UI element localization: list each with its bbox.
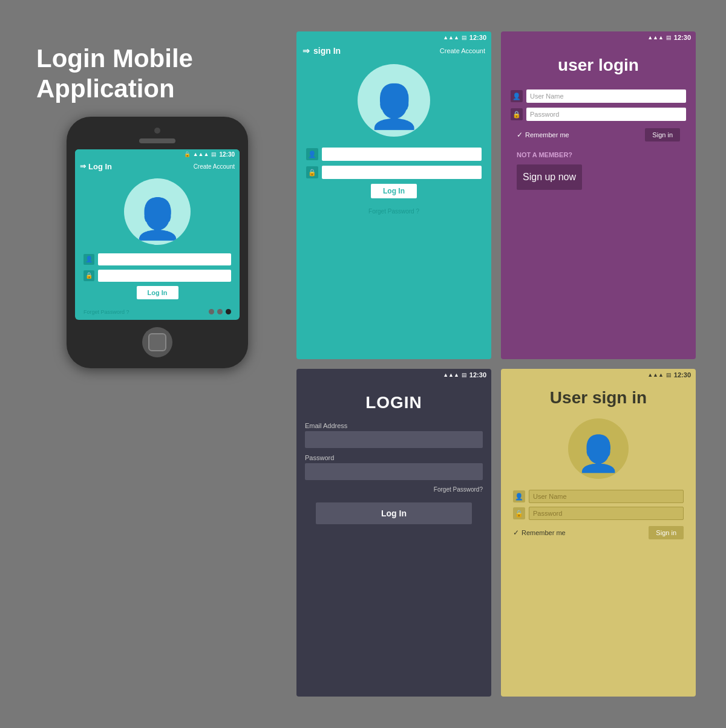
screen4-remember-left: ✓ Remember me [513, 528, 566, 537]
phone-home-button[interactable] [142, 327, 172, 357]
screen4-password-row: 🔒 Password [513, 507, 684, 520]
screen4-username-input[interactable]: User Name [529, 490, 684, 503]
screen-card-purple: ▲▲▲ ▤ 12:30 user login 👤 User Name 🔒 [501, 31, 696, 359]
screen2-title: user login [501, 44, 696, 85]
screen1-login-button[interactable]: Log In [371, 184, 417, 198]
screen2-username-input[interactable]: User Name [526, 89, 686, 103]
screen4-status-bar: ▲▲▲ ▤ 12:30 [501, 369, 696, 381]
screen2-username-row: 👤 User Name [511, 89, 686, 103]
phone-home-inner [148, 333, 166, 351]
bottom-row: ▲▲▲ ▤ 12:30 LOGIN Email Address Password… [296, 369, 696, 697]
screen1-app-bar: ⇒ sign In Create Account [296, 44, 491, 58]
right-column: ▲▲▲ ▤ 12:30 ⇒ sign In Create Account 👤 [296, 31, 696, 697]
phone-status-right: ▲▲▲ ▤ 12:30 [193, 151, 235, 158]
phone-camera [154, 128, 160, 134]
screen3-email-input[interactable] [305, 431, 483, 448]
screen1-password-input[interactable] [322, 166, 482, 179]
main-container: Login Mobile Application 🔒 ▲▲▲ ▤ 12:30 [30, 31, 696, 697]
screen3-login-button[interactable]: Log In [316, 502, 472, 524]
dot1 [209, 309, 214, 314]
s1-signal: ▲▲▲ [443, 34, 459, 41]
dot3 [226, 309, 231, 314]
screen1-avatar: 👤 [358, 64, 430, 137]
screen4-remember-row: ✓ Remember me Sign in [507, 524, 690, 542]
screen1-user-icon: 👤 [306, 148, 318, 160]
screen4-title: User sign in [501, 381, 696, 412]
screen3-forget-pwd[interactable]: Forget Password? [296, 486, 491, 498]
screen2-password-row: 🔒 Password [511, 108, 686, 121]
signal-icon: ▲▲▲ [193, 151, 209, 157]
phone-lock-icon2: 🔒 [83, 270, 94, 281]
screen4-lock-icon: 🔒 [513, 507, 525, 519]
screen4-user-icon: 👤 [513, 490, 525, 502]
phone-username-row: 👤 [83, 253, 231, 265]
phone-username-input[interactable] [98, 253, 231, 265]
s1-time: 12:30 [469, 34, 486, 41]
phone-create-account[interactable]: Create Account [194, 163, 235, 170]
phone-status-bar: 🔒 ▲▲▲ ▤ 12:30 [75, 149, 240, 160]
phone-lock-icon: 🔒 [184, 151, 191, 157]
battery-icon: ▤ [211, 151, 217, 157]
screen2-not-member: NOT A MEMBER? [511, 144, 686, 161]
s3-battery: ▤ [462, 372, 467, 378]
screen2-remember-left: ✓ Remember me [517, 131, 569, 139]
screen3-form: Email Address Password Forget Password? … [296, 422, 491, 531]
screen4-username-row: 👤 User Name [513, 490, 684, 503]
phone-app-bar: ⇒ Log In Create Account [75, 160, 240, 174]
s4-time: 12:30 [674, 371, 691, 379]
s1-arrow-icon: ⇒ [302, 46, 310, 56]
s4-signal: ▲▲▲ [647, 372, 664, 378]
top-row: ▲▲▲ ▤ 12:30 ⇒ sign In Create Account 👤 [296, 31, 696, 359]
screen3-title: LOGIN [296, 381, 491, 422]
screen-card-yellow: ▲▲▲ ▤ 12:30 User sign in 👤 👤 User Name [501, 369, 696, 697]
screen4-password-input[interactable]: Password [529, 507, 684, 520]
phone-user-icon: 👤 [83, 254, 94, 265]
screen4-avatar: 👤 [568, 418, 629, 479]
screen1-username-input[interactable] [322, 148, 482, 161]
screen1-password-row: 🔒 [306, 166, 482, 179]
screen1-forget-pwd[interactable]: Forget Password ? [296, 208, 491, 219]
screen2-password-input[interactable]: Password [526, 108, 686, 121]
screen1-form: 👤 🔒 Log In [296, 143, 491, 208]
phone-form: 👤 🔒 Log In [75, 250, 240, 307]
phone-forget-pwd[interactable]: Forget Password ? [83, 309, 129, 315]
screen4-check-icon: ✓ [513, 528, 519, 537]
phone-avatar-silhouette: 👤 [133, 196, 182, 242]
s1-battery: ▤ [462, 34, 467, 41]
screen1-appbar-left: ⇒ sign In [302, 46, 341, 56]
dot2 [217, 309, 223, 314]
screen4-form: 👤 User Name 🔒 Password ✓ [501, 485, 696, 547]
phone-time: 12:30 [219, 151, 235, 158]
screen2-signin-button[interactable]: Sign in [645, 128, 680, 141]
screen1-avatar-silhouette: 👤 [368, 85, 420, 128]
screen4-signin-button[interactable]: Sign in [649, 526, 684, 539]
screen3-password-label: Password [296, 454, 491, 463]
screen3-email-label: Email Address [296, 422, 491, 431]
screen1-status-bar: ▲▲▲ ▤ 12:30 [296, 31, 491, 44]
page-title: Login Mobile Application [36, 44, 278, 105]
phone-login-button[interactable]: Log In [137, 286, 178, 299]
screen1-username-row: 👤 [306, 148, 482, 161]
phone-screen: 🔒 ▲▲▲ ▤ 12:30 ⇒ Log In Create Account [75, 149, 240, 320]
screen1-create-account[interactable]: Create Account [440, 47, 485, 54]
screen2-check-icon: ✓ [517, 131, 523, 139]
s3-time: 12:30 [469, 371, 486, 379]
screen3-password-input[interactable] [305, 463, 483, 480]
screen-card-teal: ▲▲▲ ▤ 12:30 ⇒ sign In Create Account 👤 [296, 31, 491, 359]
screen2-user-icon: 👤 [511, 90, 523, 102]
s3-signal: ▲▲▲ [443, 372, 459, 378]
screen2-lock-icon: 🔒 [511, 108, 523, 120]
screen1-lock-icon: 🔒 [306, 166, 318, 178]
title-area: Login Mobile Application [30, 31, 284, 117]
left-column: Login Mobile Application 🔒 ▲▲▲ ▤ 12:30 [30, 31, 284, 697]
screen2-remember-row: ✓ Remember me Sign in [511, 126, 686, 144]
screen2-form: 👤 User Name 🔒 Password ✓ [501, 85, 696, 198]
phone-appbar-left: ⇒ Log In [80, 162, 112, 171]
phone-password-input[interactable] [98, 270, 231, 282]
s2-battery: ▤ [666, 34, 672, 41]
login-arrow-icon: ⇒ [80, 162, 86, 171]
s2-signal: ▲▲▲ [647, 34, 664, 41]
screen3-status-bar: ▲▲▲ ▤ 12:30 [296, 369, 491, 381]
phone-password-row: 🔒 [83, 270, 231, 282]
screen2-signup-button[interactable]: Sign up now [517, 164, 582, 190]
